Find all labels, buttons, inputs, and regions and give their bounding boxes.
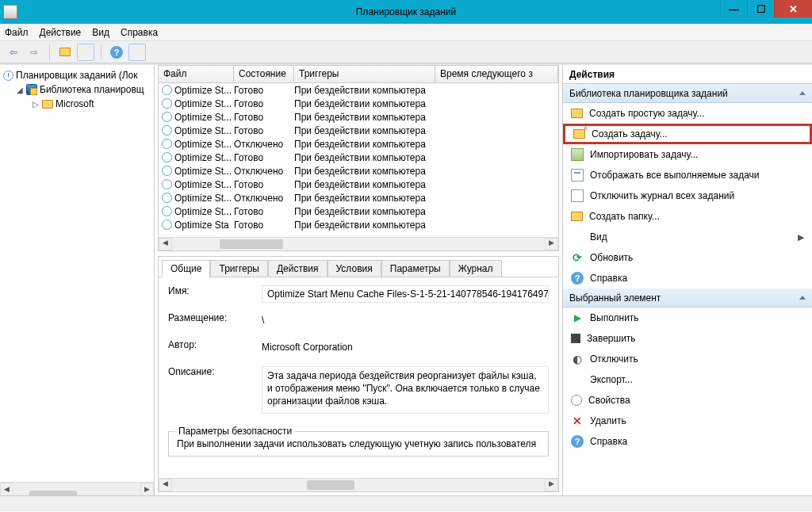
menu-file[interactable]: Файл [5,27,29,38]
task-library-icon [26,84,37,95]
task-clock-icon [162,220,172,230]
tab-general[interactable]: Общие [162,260,210,277]
tree-hscroll[interactable]: ◀ ▶ [0,482,154,495]
scroll-right-icon[interactable]: ▶ [545,479,558,491]
action-properties[interactable]: Свойства [563,390,812,411]
back-button[interactable]: ⇦ [5,44,22,61]
action-label: Справка [590,273,627,284]
action-disable[interactable]: ◐ Отключить [563,349,812,369]
task-row[interactable]: Optimize StaГотовоПри бездействии компью… [159,218,558,231]
toolbar-separator [49,44,50,60]
task-state: Отключено [234,166,294,177]
task-row[interactable]: Optimize St...ОтключеноПри бездействии к… [159,137,558,151]
action-show-running[interactable]: Отображать все выполняемые задачи [563,165,812,185]
tab-settings[interactable]: Параметры [381,260,450,277]
task-row[interactable]: Optimize St...ГотовоПри бездействии комп… [159,204,558,218]
action-help-2[interactable]: ? Справка [563,431,812,452]
action-create-folder[interactable]: Создать папку... [563,206,812,227]
minimize-button[interactable]: — [720,0,747,17]
properties-icon [571,395,582,406]
tree-root-node[interactable]: Планировщик заданий (Лок [3,68,151,82]
status-bar [0,495,812,511]
expander-icon[interactable]: ◢ [16,86,24,94]
task-file: Optimize St... [174,166,232,177]
action-import-task[interactable]: Импортировать задачу... [563,144,812,165]
action-export[interactable]: Экспорт... [563,369,812,390]
action-delete[interactable]: ✕ Удалить [563,411,812,431]
task-row[interactable]: Optimize St...ОтключеноПри бездействии к… [159,164,558,178]
col-state[interactable]: Состояние [234,66,294,82]
task-state: Готово [234,152,294,163]
action-refresh[interactable]: ⟳ Обновить [563,247,812,268]
task-row[interactable]: Optimize St...ГотовоПри бездействии комп… [159,83,558,97]
action-create-basic-task[interactable]: Создать простую задачу... [563,103,812,124]
tasks-hscroll[interactable]: ◀ ▶ [159,237,558,250]
help-button[interactable]: ? [108,44,125,61]
task-row[interactable]: Optimize St...ГотовоПри бездействии комп… [159,178,558,191]
col-file[interactable]: Файл [159,66,234,82]
task-trigger: При бездействии компьютера [294,206,435,217]
name-value[interactable]: Optimize Start Menu Cache Files-S-1-5-21… [262,285,549,303]
menu-view[interactable]: Вид [92,27,109,38]
scroll-thumb[interactable] [307,480,354,490]
tab-conditions[interactable]: Условия [327,260,381,277]
action-create-task[interactable]: Создать задачу... [563,124,812,144]
task-state: Готово [234,98,294,109]
task-trigger: При бездействии компьютера [294,166,435,177]
task-row[interactable]: Optimize St...ГотовоПри бездействии комп… [159,97,558,110]
tree-microsoft-node[interactable]: ▷ Microsoft [32,97,151,111]
action-run[interactable]: ▶ Выполнить [563,308,812,328]
task-state: Отключено [234,139,294,150]
task-clock-icon [162,179,172,189]
scroll-left-icon[interactable]: ◀ [159,238,172,250]
task-row[interactable]: Optimize St...ГотовоПри бездействии комп… [159,124,558,137]
task-state: Готово [234,220,294,231]
menu-help[interactable]: Справка [121,27,158,38]
task-trigger: При бездействии компьютера [294,152,435,163]
task-state: Готово [234,179,294,190]
tree-library-node[interactable]: ◢ Библиотека планировщ [16,82,151,97]
scroll-left-icon[interactable]: ◀ [0,483,13,496]
close-button[interactable]: ✕ [774,0,812,17]
description-value[interactable]: Эта задача периода бездействия реорганиз… [262,366,549,414]
actions-pane-button[interactable] [128,44,146,61]
action-view[interactable]: Вид ▶ [563,227,812,247]
import-icon [571,148,584,161]
scroll-thumb[interactable] [220,239,283,249]
tab-history[interactable]: Журнал [450,260,502,277]
task-row[interactable]: Optimize St...ОтключеноПри бездействии к… [159,191,558,204]
maximize-button[interactable]: ☐ [747,0,774,17]
scroll-right-icon[interactable]: ▶ [140,483,154,496]
actions-section-selected[interactable]: Выбранный элемент [563,288,812,308]
tab-actions[interactable]: Действия [268,260,327,277]
details-hscroll[interactable]: ◀ ▶ [159,478,558,491]
col-next[interactable]: Время следующего з [435,66,558,82]
create-task-icon [573,129,585,139]
actions-title: Действия [563,65,812,84]
action-help[interactable]: ? Справка [563,268,812,288]
action-end[interactable]: Завершить [563,328,812,349]
properties-pane-button[interactable] [77,44,94,61]
expander-icon[interactable]: ▷ [32,100,40,109]
task-state: Готово [234,85,294,96]
section-library-label: Библиотека планировщика заданий [569,88,728,99]
col-triggers[interactable]: Триггеры [294,66,435,82]
scroll-right-icon[interactable]: ▶ [545,238,558,250]
task-state: Готово [234,112,294,123]
task-clock-icon [162,112,172,122]
task-clock-icon [162,125,172,136]
forward-arrow-icon: ⇨ [30,47,38,58]
action-disable-history[interactable]: Отключить журнал всех заданий [563,185,812,206]
menu-action[interactable]: Действие [40,27,82,38]
folder-up-button[interactable] [56,44,74,61]
app-icon [3,5,17,19]
task-row[interactable]: Optimize St...ГотовоПри бездействии комп… [159,110,558,124]
task-row[interactable]: Optimize St...ГотовоПри бездействии комп… [159,151,558,164]
scroll-left-icon[interactable]: ◀ [159,479,172,491]
actions-section-library[interactable]: Библиотека планировщика заданий [563,84,812,103]
tab-triggers[interactable]: Триггеры [210,260,268,277]
scroll-thumb[interactable] [29,491,77,495]
help-icon: ? [571,435,584,448]
forward-button[interactable]: ⇨ [25,44,43,61]
title-bar: Планировщик заданий — ☐ ✕ [0,0,812,24]
